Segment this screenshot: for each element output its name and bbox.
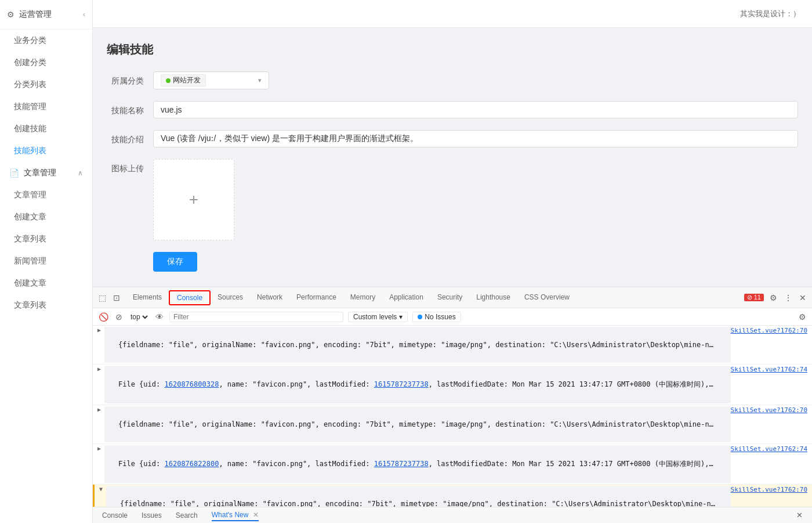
tab-network[interactable]: Network — [250, 288, 289, 307]
inspect-element-icon[interactable]: ⬚ — [97, 292, 107, 304]
expand-arrow-2[interactable]: ▶ — [97, 366, 104, 372]
device-toggle-icon[interactable]: ⊡ — [112, 292, 121, 304]
tab-security[interactable]: Security — [430, 288, 469, 307]
sidebar-item-news-management[interactable]: 新闻管理 — [0, 250, 92, 272]
sidebar-item-skill-list[interactable]: 技能列表 — [0, 140, 92, 162]
devtools-left-icons: ⬚ ⊡ — [97, 292, 126, 304]
skill-name-row: 技能名称 — [107, 101, 798, 118]
category-value: 网站开发 ▾ — [153, 71, 798, 89]
sidebar-item-create-category[interactable]: 创建分类 — [0, 52, 92, 74]
close-devtools-icon[interactable]: ✕ — [798, 292, 807, 304]
sidebar-item-article-manage[interactable]: 文章管理 — [0, 184, 92, 206]
console-source-1[interactable]: SkillSet.vue?1762:70 — [731, 327, 807, 334]
bottom-tab-console[interactable]: Console — [102, 510, 128, 521]
bottom-tab-search[interactable]: Search — [176, 510, 198, 521]
collapse-icon[interactable]: ‹ — [83, 10, 85, 19]
save-row: 保存 — [107, 252, 798, 272]
tab-sources[interactable]: Sources — [211, 288, 250, 307]
sidebar-header[interactable]: ⚙ 运营管理 ‹ — [0, 0, 92, 30]
tab-console[interactable]: Console — [169, 290, 211, 305]
icon-upload-row: 图标上传 + — [107, 159, 798, 240]
ban-icon[interactable]: 🚫 — [97, 311, 110, 323]
sidebar-item-business-category[interactable]: 业务分类 — [0, 30, 92, 52]
page-title: 编辑技能 — [107, 42, 798, 57]
skill-intro-input[interactable] — [153, 130, 798, 147]
tab-css-overview[interactable]: CSS Overview — [517, 288, 577, 307]
sidebar-section-article-management[interactable]: 📄 文章管理 ∧ — [0, 162, 92, 184]
console-source-5[interactable]: SkillSet.vue?1762:70 — [731, 486, 807, 493]
app-container: ⚙ 运营管理 ‹ 业务分类 创建分类 分类列表 技能管理 创建技能 技能列表 📄… — [0, 0, 812, 523]
console-source-2[interactable]: SkillSet.vue?1762:74 — [731, 366, 807, 373]
sidebar-item-create-article2[interactable]: 创建文章 — [0, 272, 92, 294]
expand-arrow-5[interactable]: ▼ — [99, 486, 106, 492]
skill-name-value — [153, 101, 798, 118]
sidebar-item-category-list[interactable]: 分类列表 — [0, 74, 92, 96]
sidebar-item-skill-management[interactable]: 技能管理 — [0, 96, 92, 118]
devtools-console: ▶ {fieldname: "file", originalName: "fav… — [93, 326, 812, 507]
sidebar-item-create-article[interactable]: 创建文章 — [0, 206, 92, 228]
save-button[interactable]: 保存 — [153, 252, 197, 272]
devtools-toolbar: 🚫 ⊘ top 👁 Custom levels ▾ No Issues — [93, 308, 812, 326]
category-tag: 网站开发 — [161, 74, 206, 86]
upload-area[interactable]: + — [153, 159, 234, 240]
skill-intro-label: 技能介绍 — [107, 130, 153, 145]
console-content-4: File {uid: 1620876822800, name: "favicon… — [104, 445, 731, 483]
filter-icon[interactable]: ⊘ — [114, 311, 124, 323]
bottom-close-icon[interactable]: ✕ — [796, 511, 803, 520]
sidebar-item-article-list2[interactable]: 文章列表 — [0, 294, 92, 316]
bottom-bar: Console Issues Search What's New ✕ ✕ — [93, 507, 812, 523]
skill-intro-value — [153, 130, 798, 147]
console-line-2: ▶ File {uid: 1620876800328, name: "favic… — [93, 365, 812, 405]
console-line-5: ▼ {fieldname: "file", originalName: "fav… — [93, 485, 812, 507]
custom-levels-label: Custom levels — [353, 313, 397, 321]
sidebar-item-article-list[interactable]: 文章列表 — [0, 228, 92, 250]
uid-link-4[interactable]: 1620876822800 — [164, 460, 219, 468]
uid-link-2[interactable]: 1620876800328 — [164, 380, 219, 388]
skill-intro-row: 技能介绍 — [107, 130, 798, 147]
icon-upload-label: 图标上传 — [107, 159, 153, 174]
console-settings-icon[interactable]: ⚙ — [798, 311, 807, 323]
console-content-3: {fieldname: "file", originalName: "favic… — [104, 406, 731, 442]
console-line-3: ▶ {fieldname: "file", originalName: "fav… — [93, 405, 812, 444]
tab-lighthouse[interactable]: Lighthouse — [469, 288, 517, 307]
devtools-tab-bar: ⬚ ⊡ Elements Console Sources Network Per… — [93, 287, 812, 308]
sidebar-item-create-skill[interactable]: 创建技能 — [0, 118, 92, 140]
lastmod-link-4[interactable]: 1615787237738 — [374, 460, 429, 468]
devtools-panel: ⬚ ⊡ Elements Console Sources Network Per… — [93, 286, 812, 507]
console-source-4[interactable]: SkillSet.vue?1762:74 — [731, 445, 807, 453]
console-line-4: ▶ File {uid: 1620876822800, name: "favic… — [93, 444, 812, 485]
category-select[interactable]: 网站开发 ▾ — [153, 71, 269, 89]
expand-arrow-1[interactable]: ▶ — [97, 327, 104, 333]
bottom-tab-whatsnew[interactable]: What's New ✕ — [212, 510, 259, 521]
tab-performance[interactable]: Performance — [289, 288, 343, 307]
top-bar: 其实我是设计：） — [93, 0, 812, 28]
console-content-2: File {uid: 1620876800328, name: "favicon… — [104, 366, 731, 403]
article-section-icon: 📄 — [9, 168, 19, 178]
console-content-1: {fieldname: "file", originalName: "favic… — [104, 327, 731, 363]
expand-arrow-4[interactable]: ▶ — [97, 445, 104, 452]
tab-memory[interactable]: Memory — [343, 288, 382, 307]
whatsnew-close-icon[interactable]: ✕ — [253, 511, 259, 519]
article-section-collapse-icon[interactable]: ∧ — [78, 169, 83, 177]
tab-elements[interactable]: Elements — [126, 288, 169, 307]
skill-name-input[interactable] — [153, 101, 798, 118]
select-arrow-icon: ▾ — [258, 77, 262, 84]
custom-levels-button[interactable]: Custom levels ▾ — [348, 312, 408, 322]
category-dot — [166, 78, 171, 83]
error-count-badge[interactable]: ⊘ 11 — [744, 294, 764, 301]
sidebar: ⚙ 运营管理 ‹ 业务分类 创建分类 分类列表 技能管理 创建技能 技能列表 📄… — [0, 0, 93, 523]
tab-application[interactable]: Application — [382, 288, 430, 307]
eye-icon[interactable]: 👁 — [154, 311, 165, 323]
more-icon[interactable]: ⋮ — [783, 292, 793, 304]
lastmod-link-2[interactable]: 1615787237738 — [374, 380, 429, 388]
context-select[interactable]: top — [128, 312, 150, 322]
no-issues-dot — [418, 315, 422, 319]
gear-icon: ⚙ — [7, 10, 14, 19]
expand-arrow-3[interactable]: ▶ — [97, 406, 104, 413]
settings-icon[interactable]: ⚙ — [768, 292, 778, 304]
sidebar-header-label: 运营管理 — [19, 9, 52, 20]
console-filter-input[interactable] — [169, 312, 343, 322]
bottom-tab-issues[interactable]: Issues — [142, 510, 162, 521]
console-source-3[interactable]: SkillSet.vue?1762:70 — [731, 406, 807, 414]
no-issues-badge[interactable]: No Issues — [412, 312, 461, 322]
